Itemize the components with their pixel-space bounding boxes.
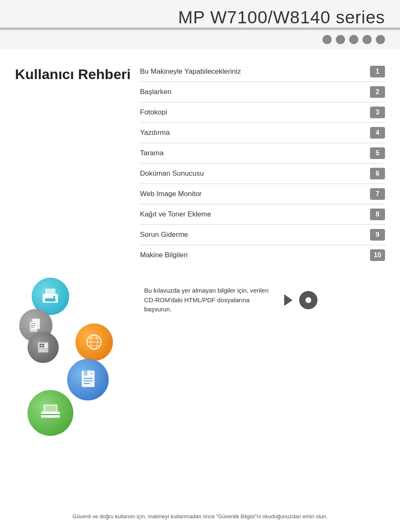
- menu-number: 2: [370, 86, 385, 98]
- menu-number: 6: [370, 168, 385, 179]
- menu-label: Yazdırma: [140, 129, 170, 137]
- svg-rect-10: [38, 343, 48, 348]
- icons-area: [15, 278, 140, 419]
- svg-rect-11: [38, 349, 48, 352]
- menu-label: Başlarken: [140, 88, 172, 96]
- footer: Güvenli ve doğru kullanım için, makineyi…: [0, 513, 400, 520]
- menu-number: 10: [370, 249, 385, 261]
- menu-label: Bu Makineyle Yapabilecekleriniz: [140, 67, 241, 76]
- bottom-section: Bu kılavuzda yer almayan bilgiler için, …: [0, 278, 400, 428]
- document-bubble: [67, 359, 109, 400]
- menu-item: Doküman Sunucusu 6: [140, 164, 385, 184]
- globe-icon: [84, 332, 105, 353]
- menu-label: Doküman Sunucusu: [140, 169, 204, 178]
- dots-row: [0, 30, 400, 49]
- menu-item: Yazdırma 4: [140, 123, 385, 143]
- globe-bubble: [75, 323, 113, 361]
- cdrom-section: Bu kılavuzda yer almayan bilgiler için, …: [144, 286, 385, 314]
- svg-rect-14: [39, 346, 41, 348]
- menu-item: Bu Makineyle Yapabilecekleriniz 1: [140, 62, 385, 82]
- menu-number: 9: [370, 229, 385, 241]
- menu-label: Makine Bilgileri: [140, 251, 188, 259]
- cd-inner: [305, 297, 311, 303]
- document-icon: [77, 368, 100, 391]
- printer-icon: [40, 286, 61, 307]
- menu-item: Tarama 5: [140, 143, 385, 164]
- dot-3: [349, 35, 358, 44]
- menu-label: Tarama: [140, 149, 164, 157]
- svg-point-3: [53, 296, 55, 298]
- main-title: MP W7100/W8140 series: [178, 7, 385, 27]
- menu-number: 1: [370, 66, 385, 77]
- menu-label: Sorun Giderme: [140, 231, 188, 239]
- svg-rect-31: [45, 406, 56, 411]
- dot-2: [336, 35, 345, 44]
- svg-rect-15: [42, 346, 44, 348]
- menu-item: Kağıt ve Toner Ekleme 8: [140, 204, 385, 225]
- page-title: Kullanıcı Rehberi: [15, 66, 140, 83]
- main-content: Kullanıcı Rehberi Bu Makineyle Yapabilec…: [0, 49, 400, 278]
- menu-number: 4: [370, 127, 385, 139]
- header: MP W7100/W8140 series: [0, 0, 400, 27]
- dot-5: [376, 35, 385, 44]
- scanner-bubble: [28, 390, 73, 436]
- menu-number: 8: [370, 209, 385, 220]
- footer-text: Güvenli ve doğru kullanım için, makineyi…: [72, 513, 328, 520]
- fax-bubble: [28, 332, 59, 363]
- right-bottom: Bu kılavuzda yer almayan bilgiler için, …: [140, 278, 385, 314]
- header-title-area: MP W7100/W8140 series: [15, 7, 385, 27]
- menu-number: 3: [370, 107, 385, 118]
- left-section: Kullanıcı Rehberi: [15, 62, 140, 265]
- menu-label: Web Image Monitor: [140, 190, 202, 198]
- dot-1: [322, 35, 332, 44]
- menu-label: Fotokopi: [140, 108, 167, 117]
- menu-item: Başlarken 2: [140, 82, 385, 102]
- menu-list: Bu Makineyle Yapabilecekleriniz 1 Başlar…: [140, 62, 385, 265]
- dot-4: [362, 35, 372, 44]
- cd-circle: [299, 291, 318, 309]
- svg-rect-2: [45, 298, 56, 302]
- menu-item: Sorun Giderme 9: [140, 225, 385, 245]
- svg-rect-13: [42, 343, 44, 345]
- menu-number: 5: [370, 147, 385, 159]
- scanner-icon: [38, 400, 63, 426]
- svg-rect-12: [39, 343, 41, 345]
- cdrom-text: Bu kılavuzda yer almayan bilgiler için, …: [144, 286, 278, 314]
- svg-rect-22: [84, 370, 88, 375]
- svg-rect-1: [45, 288, 56, 295]
- menu-number: 7: [370, 188, 385, 200]
- arrow-icon: [284, 294, 292, 306]
- menu-item: Web Image Monitor 7: [140, 184, 385, 204]
- svg-rect-5: [30, 321, 38, 332]
- menu-item: Fotokopi 3: [140, 102, 385, 123]
- menu-item: Makine Bilgileri 10: [140, 245, 385, 265]
- fax-icon: [35, 339, 52, 356]
- menu-label: Kağıt ve Toner Ekleme: [140, 210, 211, 219]
